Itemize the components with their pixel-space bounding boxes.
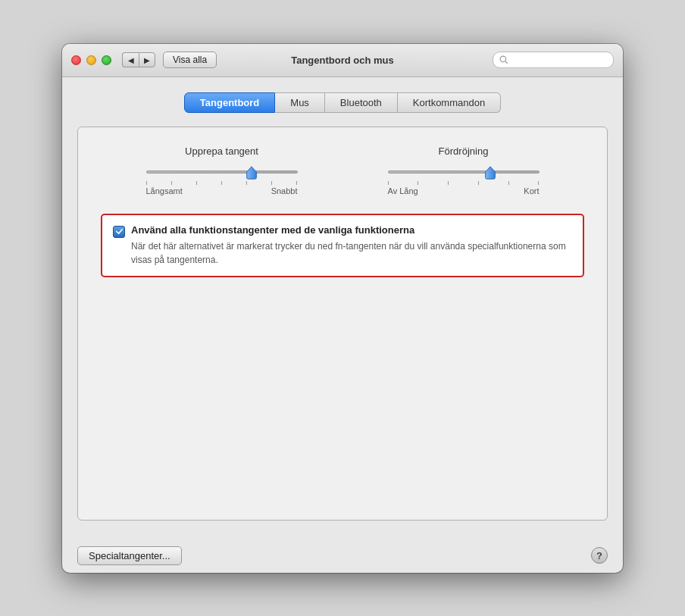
checkbox-row: Använd alla funktionstangenter med de va… (113, 224, 572, 267)
footer: Specialtangenter... ? (62, 536, 623, 573)
tick (508, 181, 509, 185)
traffic-lights (71, 55, 111, 65)
delay-slider-track (388, 170, 540, 174)
delay-slider-track-container (388, 164, 540, 180)
special-keys-button[interactable]: Specialtangenter... (77, 546, 182, 565)
slider-thumb-icon (483, 165, 497, 180)
content-area: Tangentbord Mus Bluetooth Kortkommandon … (62, 77, 623, 536)
svg-line-1 (505, 61, 508, 64)
tick (538, 181, 539, 185)
delay-slider-title: Fördröjning (439, 145, 489, 157)
checkbox-description: När det här alternativet är markerat try… (131, 239, 572, 267)
slider-thumb-icon (245, 165, 258, 180)
repeat-slider-title: Upprepa tangent (185, 145, 258, 157)
repeat-slider-track (146, 170, 298, 174)
repeat-min-label: Långsamt (146, 186, 183, 195)
tick (418, 181, 418, 185)
tick (478, 181, 479, 185)
repeat-slider-group: Upprepa tangent (124, 145, 321, 195)
delay-tick-marks (388, 181, 540, 185)
tick (388, 181, 389, 185)
repeat-slider-thumb[interactable] (245, 165, 258, 180)
tick (146, 181, 147, 185)
search-icon (499, 55, 508, 64)
checkmark-icon (115, 227, 124, 236)
tab-kortkommandon[interactable]: Kortkommandon (398, 92, 501, 113)
tab-bar: Tangentbord Mus Bluetooth Kortkommandon (77, 92, 608, 113)
repeat-slider-track-container (146, 164, 298, 180)
main-window: ◀ ▶ Visa alla Tangentbord och mus Tangen… (62, 44, 623, 573)
titlebar: ◀ ▶ Visa alla Tangentbord och mus (62, 44, 623, 77)
delay-slider-labels: Av Lång Kort (388, 186, 540, 195)
tick (171, 181, 172, 185)
tick (196, 181, 197, 185)
tab-bluetooth[interactable]: Bluetooth (325, 92, 398, 113)
search-box[interactable] (493, 52, 614, 68)
nav-buttons: ◀ ▶ (122, 52, 155, 67)
checkbox-area: Använd alla funktionstangenter med de va… (101, 214, 584, 278)
back-button[interactable]: ◀ (122, 52, 139, 67)
checkbox-main-label: Använd alla funktionstangenter med de va… (131, 224, 572, 237)
minimize-button[interactable] (86, 55, 96, 65)
delay-min-label: Av Lång (388, 186, 418, 195)
help-button[interactable]: ? (591, 547, 608, 564)
show-all-button[interactable]: Visa alla (163, 52, 217, 68)
repeat-tick-marks (146, 181, 298, 185)
close-button[interactable] (71, 55, 81, 65)
delay-max-label: Kort (524, 186, 539, 195)
tick (448, 181, 449, 185)
forward-button[interactable]: ▶ (139, 52, 155, 67)
search-input[interactable] (511, 55, 607, 65)
maximize-button[interactable] (102, 55, 111, 65)
tick (246, 181, 247, 185)
delay-slider-group: Fördröjning (365, 145, 562, 195)
tick (271, 181, 272, 185)
tick (296, 181, 297, 185)
repeat-slider-labels: Långsamt Snabbt (146, 186, 298, 195)
window-title: Tangentbord och mus (291, 55, 394, 66)
settings-panel: Upprepa tangent (77, 127, 608, 521)
tab-tangentbord[interactable]: Tangentbord (184, 92, 275, 113)
checkbox-text-group: Använd alla funktionstangenter med de va… (131, 224, 572, 267)
tick (221, 181, 222, 185)
repeat-max-label: Snabbt (271, 186, 298, 195)
tab-mus[interactable]: Mus (275, 92, 325, 113)
sliders-row: Upprepa tangent (101, 145, 584, 195)
delay-slider-thumb[interactable] (483, 165, 497, 180)
function-keys-checkbox[interactable] (113, 226, 125, 238)
